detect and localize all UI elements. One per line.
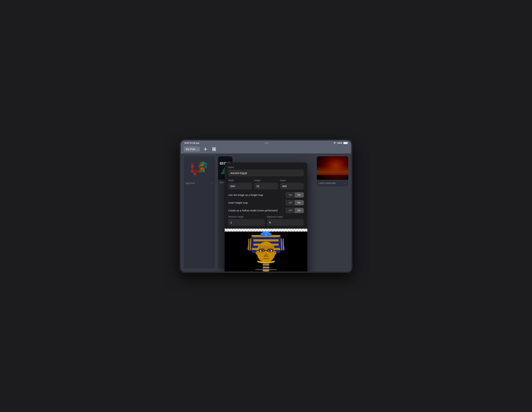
height-label: Height [254, 179, 278, 182]
max-height-input[interactable] [267, 219, 304, 226]
status-right: 100% [333, 142, 348, 144]
home-indicator [255, 269, 277, 270]
image-preview: [A.H] [225, 229, 307, 272]
svg-point-64 [274, 251, 276, 255]
svg-point-61 [264, 255, 266, 257]
status-time: 19:27 Fri 28 Jun [184, 142, 199, 144]
ipad-frame: 19:27 Fri 28 Jun 100% My iPad ⌄ [180, 139, 352, 273]
svg-rect-2 [212, 147, 214, 149]
modal-body: Name Width Height [225, 162, 307, 226]
battery-fill [344, 142, 347, 144]
invert-off-option[interactable]: Off [286, 200, 295, 205]
invert-label: Invert height map [228, 201, 248, 204]
svg-point-62 [266, 255, 268, 257]
invert-on-option[interactable]: On [295, 200, 304, 205]
device-selector-label: My iPad [186, 148, 195, 151]
depth-label: Depth [280, 179, 304, 182]
svg-rect-5 [214, 149, 216, 151]
min-height-input[interactable] [228, 219, 265, 226]
height-map-label: Use the image as a height map [228, 194, 263, 196]
min-height-label: Minimum height [228, 216, 265, 218]
checker-strip-top [225, 229, 307, 232]
hollow-toggle-row: Create as a hollow model (more performan… [228, 208, 304, 213]
height-map-segmented-control[interactable]: Off On [286, 192, 304, 197]
height-col: Height [254, 179, 278, 189]
name-field-label: Name [228, 166, 304, 168]
height-input[interactable] [254, 183, 278, 189]
svg-point-45 [257, 242, 275, 263]
dimensions-row: Width Height Depth [228, 179, 304, 189]
svg-line-37 [250, 239, 251, 250]
status-bar: 19:27 Fri 28 Jun 100% [181, 140, 351, 145]
status-dot-2 [266, 143, 267, 143]
svg-rect-68 [263, 267, 269, 268]
svg-rect-4 [212, 149, 214, 151]
invert-toggle-row: Invert height map Off On [228, 200, 304, 205]
svg-line-39 [283, 239, 284, 250]
grid-view-button[interactable] [211, 146, 217, 152]
hollow-on-option[interactable]: On [295, 208, 304, 213]
add-button[interactable] [202, 146, 209, 152]
max-height-col: Maximum height [267, 216, 304, 226]
width-label: Width [228, 179, 252, 182]
min-max-row: Minimum height Maximum height [228, 216, 304, 226]
min-height-col: Minimum height [228, 216, 265, 226]
side-button[interactable] [352, 201, 352, 211]
battery-percent: 100% [337, 142, 342, 144]
svg-marker-70 [263, 271, 269, 272]
modal-dialog: Name Width Height [225, 162, 307, 272]
status-dot-1 [265, 143, 265, 143]
nav-bar: My iPad ⌄ [181, 145, 351, 154]
height-map-on-option[interactable]: On [295, 193, 304, 197]
name-input[interactable] [228, 170, 304, 176]
svg-point-63 [256, 251, 258, 255]
depth-col: Depth [280, 179, 304, 189]
depth-input[interactable] [280, 183, 304, 189]
hollow-segmented-control[interactable]: Off On [286, 208, 304, 213]
status-dot-3 [267, 143, 268, 143]
invert-segmented-control[interactable]: Off On [286, 200, 304, 205]
height-map-toggle-row: Use the image as a height map Off On [228, 192, 304, 197]
svg-point-44 [265, 234, 267, 235]
svg-rect-3 [214, 147, 216, 149]
max-height-label: Maximum height [267, 216, 304, 218]
svg-rect-67 [263, 264, 269, 265]
svg-line-40 [281, 239, 282, 250]
modal-overlay: Name Width Height [181, 154, 351, 272]
height-map-off-option[interactable]: Off [286, 193, 295, 197]
svg-line-36 [248, 239, 249, 250]
width-col: Width [228, 179, 252, 189]
svg-rect-32 [252, 239, 280, 241]
width-input[interactable] [228, 183, 252, 189]
main-content: App Icon ··· B B [181, 154, 351, 272]
wifi-icon [333, 142, 336, 144]
battery-icon [343, 142, 348, 144]
svg-rect-42 [262, 232, 270, 234]
egypt-image: [A.H] [225, 232, 307, 272]
pharaoh-svg: [A.H] [241, 232, 291, 272]
chevron-down-icon: ⌄ [196, 148, 198, 150]
ipad-screen: 19:27 Fri 28 Jun 100% My iPad ⌄ [181, 140, 351, 272]
hollow-label: Create as a hollow model (more performan… [228, 209, 278, 212]
hollow-off-option[interactable]: Off [286, 208, 295, 213]
status-center [265, 143, 268, 143]
device-selector[interactable]: My iPad ⌄ [184, 147, 200, 152]
